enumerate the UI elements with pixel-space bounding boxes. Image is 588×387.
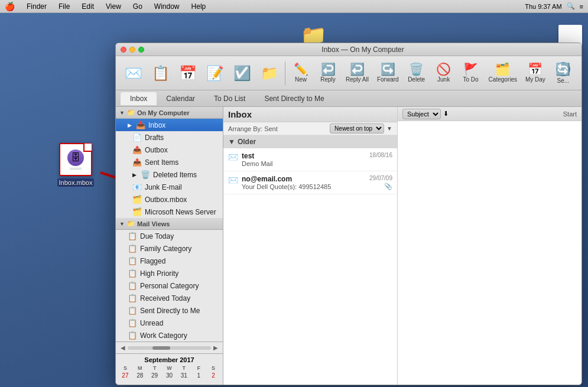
apple-menu[interactable]: 🍎: [5, 2, 15, 11]
sidebar-item-due-today[interactable]: 📋 Due Today: [116, 230, 223, 242]
myday-button[interactable]: 📅 My Day: [522, 61, 549, 85]
sidebar-item-family-category[interactable]: 📋 Family Category: [116, 242, 223, 255]
scroll-left-arrow[interactable]: ◀: [121, 344, 125, 351]
personal-cat-icon: 📋: [128, 281, 137, 290]
sidebar-item-received-today[interactable]: 📋 Received Today: [116, 292, 223, 304]
cal-day-31[interactable]: 31: [177, 372, 191, 379]
contacts-icon: 📋: [152, 66, 170, 80]
sort-select[interactable]: Newest on top: [330, 123, 384, 134]
cal-header-t1: T: [148, 365, 162, 371]
tab-todo-list[interactable]: To Do List: [204, 92, 255, 105]
flagged-icon: 📋: [128, 256, 137, 265]
toolbar-separator-1: [285, 61, 285, 85]
msg-date-1: 29/07/09: [369, 175, 392, 181]
preview-subject-select[interactable]: Subject: [402, 109, 441, 119]
search-button[interactable]: 🔄 Se...: [550, 60, 576, 86]
scroll-right-arrow[interactable]: ▶: [213, 344, 218, 351]
inbox-mbox-file[interactable]: Inbox.mbox: [52, 143, 99, 187]
start-label: Start: [563, 110, 577, 118]
expand-triangle: ▼: [119, 110, 125, 116]
traffic-lights: [121, 47, 144, 53]
tab-inbox[interactable]: Inbox: [121, 92, 157, 105]
message-item-0[interactable]: ✉️ test Demo Mail 18/08/16: [223, 148, 397, 171]
msg-from-0: test: [242, 152, 366, 160]
menubar-window[interactable]: Window: [152, 2, 182, 11]
sidebar-item-inbox[interactable]: ▶ 📥 Inbox: [116, 119, 223, 131]
desktop: 📁 Inbox.mbox: [0, 13, 588, 387]
tab-calendar[interactable]: Calendar: [157, 92, 204, 105]
sidebar-item-flagged[interactable]: 📋 Flagged: [116, 255, 223, 267]
menubar-finder[interactable]: Finder: [24, 2, 49, 11]
toolbar-contacts-btn[interactable]: 📋: [148, 64, 174, 83]
delete-button[interactable]: 🗑️ Delete: [404, 61, 430, 85]
family-cat-label: Family Category: [140, 245, 191, 253]
toolbar-mail-btn[interactable]: ✉️: [121, 64, 147, 83]
forward-label: Forward: [377, 76, 399, 83]
sidebar-item-deleted-items[interactable]: ▶ 🗑️ Deleted Items: [116, 168, 223, 181]
personal-cat-label: Personal Category: [140, 282, 199, 290]
cal-day-30[interactable]: 30: [163, 372, 177, 379]
sidebar-item-unread[interactable]: 📋 Unread: [116, 317, 223, 329]
menubar-help[interactable]: Help: [189, 2, 209, 11]
todo-button[interactable]: 🚩 To Do: [458, 61, 484, 85]
reply-all-button[interactable]: ↩️ Reply All: [342, 61, 372, 85]
tab-sent-directly[interactable]: Sent Directly to Me: [255, 92, 333, 105]
sidebar-item-personal-category[interactable]: 📋 Personal Category: [116, 279, 223, 292]
menubar-file[interactable]: File: [56, 2, 72, 11]
cal-day-29[interactable]: 29: [148, 372, 162, 379]
toolbar-notes-btn[interactable]: 📝: [202, 64, 228, 83]
minimize-button[interactable]: [129, 47, 135, 53]
sidebar-item-work-category[interactable]: 📋 Work Category: [116, 329, 223, 342]
delete-icon: 🗑️: [409, 63, 424, 75]
sidebar-item-outbox-mbox[interactable]: 🗂️ Outbox.mbox: [116, 193, 223, 206]
toolbar-folders-btn[interactable]: 📁: [256, 64, 282, 83]
sidebar-section-on-my-computer[interactable]: ▼ 📁 On My Computer: [116, 107, 223, 119]
sidebar-item-sent-items[interactable]: 📤 Sent Items: [116, 156, 223, 168]
menubar-edit[interactable]: Edit: [79, 2, 96, 11]
maximize-button[interactable]: [138, 47, 144, 53]
menu-icon[interactable]: ≡: [580, 3, 583, 10]
sidebar-item-outbox[interactable]: 📤 Outbox: [116, 144, 223, 156]
msg-from-1: no@email.com: [242, 175, 366, 183]
sort-arrow[interactable]: ▼: [386, 125, 392, 132]
sidebar-item-ms-news[interactable]: 🗂️ Microsoft News Server: [116, 206, 223, 218]
scroll-track[interactable]: [128, 346, 211, 350]
toolbar-tasks-btn[interactable]: ☑️: [229, 64, 255, 83]
close-button[interactable]: [121, 47, 126, 53]
cal-header-t2: T: [177, 365, 191, 371]
cal-day-28[interactable]: 28: [133, 372, 147, 379]
inbox-label: Inbox: [148, 121, 165, 129]
sidebar-item-high-priority[interactable]: 📋 High Priority: [116, 267, 223, 279]
scroll-thumb[interactable]: [152, 346, 170, 350]
tasks-icon: ☑️: [233, 66, 251, 80]
cal-header-m: M: [133, 365, 147, 371]
delete-label: Delete: [408, 76, 425, 83]
flagged-label: Flagged: [140, 257, 165, 265]
ms-news-icon: 🗂️: [132, 207, 142, 216]
cal-day-2[interactable]: 2: [206, 372, 220, 379]
tab-bar: Inbox Calendar To Do List Sent Directly …: [116, 90, 581, 107]
cal-day-27[interactable]: 27: [118, 372, 132, 379]
new-button[interactable]: ✏️ New: [288, 61, 314, 85]
categories-button[interactable]: 🗂️ Categories: [485, 61, 521, 85]
drafts-label: Drafts: [145, 134, 164, 142]
myday-label: My Day: [525, 76, 545, 83]
menubar-view[interactable]: View: [103, 2, 124, 11]
todo-icon: 🚩: [463, 63, 478, 75]
sidebar-section-mail-views[interactable]: ▼ 📁 Mail Views: [116, 218, 223, 230]
reply-button[interactable]: ↩️ Reply: [315, 61, 341, 85]
sidebar-item-sent-directly[interactable]: 📋 Sent Directly to Me: [116, 304, 223, 317]
toolbar-calendar-btn[interactable]: 📅: [175, 64, 201, 83]
junk-button[interactable]: 🚫 Junk: [431, 61, 457, 85]
sidebar-item-junk[interactable]: 📧 Junk E-mail: [116, 181, 223, 193]
section-label: On My Computer: [137, 109, 190, 116]
calendar-grid: S M T W T F S 27 28 29 30 31 1 2: [118, 365, 220, 379]
message-item-1[interactable]: ✉️ no@email.com Your Dell Quote(s): 4995…: [223, 171, 397, 194]
forward-button[interactable]: ↪️ Forward: [373, 61, 402, 85]
search-icon[interactable]: 🔍: [567, 2, 575, 10]
work-cat-label: Work Category: [140, 331, 187, 340]
main-layout: ▼ 📁 On My Computer ▶ 📥 Inbox 📄 Drafts 📤 …: [116, 107, 581, 385]
cal-day-1[interactable]: 1: [191, 372, 206, 379]
sidebar-item-drafts[interactable]: 📄 Drafts: [116, 131, 223, 144]
menubar-go[interactable]: Go: [131, 2, 145, 11]
